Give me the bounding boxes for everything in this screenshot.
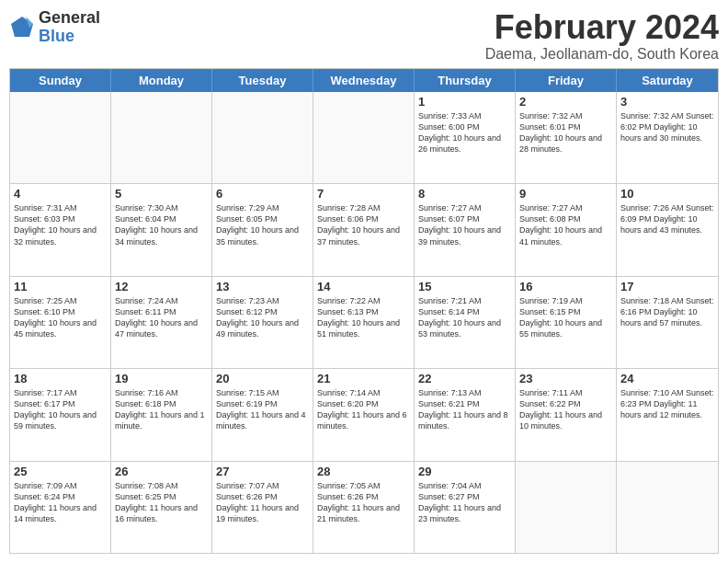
calendar-cell: 6Sunrise: 7:29 AM Sunset: 6:05 PM Daylig…: [212, 184, 313, 275]
calendar-cell: 19Sunrise: 7:16 AM Sunset: 6:18 PM Dayli…: [111, 369, 212, 460]
cell-date: 23: [519, 372, 612, 385]
calendar-cell: 4Sunrise: 7:31 AM Sunset: 6:03 PM Daylig…: [10, 184, 111, 275]
cell-info: Sunrise: 7:33 AM Sunset: 6:00 PM Dayligh…: [418, 110, 511, 155]
cell-info: Sunrise: 7:05 AM Sunset: 6:26 PM Dayligh…: [317, 480, 410, 525]
calendar-week: 25Sunrise: 7:09 AM Sunset: 6:24 PM Dayli…: [10, 462, 718, 553]
calendar-cell: 27Sunrise: 7:07 AM Sunset: 6:26 PM Dayli…: [212, 462, 313, 553]
calendar-week: 11Sunrise: 7:25 AM Sunset: 6:10 PM Dayli…: [10, 277, 718, 369]
cell-info: Sunrise: 7:11 AM Sunset: 6:22 PM Dayligh…: [519, 387, 612, 432]
cell-date: 27: [216, 465, 309, 478]
logo-blue: Blue: [39, 28, 100, 46]
cell-info: Sunrise: 7:28 AM Sunset: 6:06 PM Dayligh…: [317, 202, 410, 247]
cell-date: 6: [216, 187, 309, 201]
cell-date: 10: [620, 187, 714, 201]
calendar-cell: [617, 462, 718, 553]
calendar-cell: 15Sunrise: 7:21 AM Sunset: 6:14 PM Dayli…: [415, 277, 516, 368]
cell-info: Sunrise: 7:32 AM Sunset: 6:02 PM Dayligh…: [620, 110, 714, 144]
cell-info: Sunrise: 7:14 AM Sunset: 6:20 PM Dayligh…: [317, 387, 410, 432]
day-header-tuesday: Tuesday: [212, 69, 313, 92]
cell-info: Sunrise: 7:24 AM Sunset: 6:11 PM Dayligh…: [115, 295, 208, 340]
calendar-cell: 1Sunrise: 7:33 AM Sunset: 6:00 PM Daylig…: [415, 92, 516, 183]
logo-general: General: [39, 9, 100, 28]
calendar-cell: 29Sunrise: 7:04 AM Sunset: 6:27 PM Dayli…: [415, 462, 516, 553]
cell-info: Sunrise: 7:09 AM Sunset: 6:24 PM Dayligh…: [14, 480, 107, 525]
calendar-cell: 7Sunrise: 7:28 AM Sunset: 6:06 PM Daylig…: [313, 184, 415, 275]
cell-info: Sunrise: 7:30 AM Sunset: 6:04 PM Dayligh…: [115, 202, 208, 247]
cell-info: Sunrise: 7:32 AM Sunset: 6:01 PM Dayligh…: [519, 110, 612, 155]
cell-date: 1: [418, 95, 511, 109]
cell-info: Sunrise: 7:22 AM Sunset: 6:13 PM Dayligh…: [317, 295, 410, 340]
cell-info: Sunrise: 7:29 AM Sunset: 6:05 PM Dayligh…: [216, 202, 309, 247]
calendar-cell: 10Sunrise: 7:26 AM Sunset: 6:09 PM Dayli…: [617, 184, 718, 275]
calendar-week: 18Sunrise: 7:17 AM Sunset: 6:17 PM Dayli…: [10, 369, 718, 461]
calendar-body: 1Sunrise: 7:33 AM Sunset: 6:00 PM Daylig…: [10, 92, 718, 553]
calendar-cell: [111, 92, 212, 183]
cell-date: 26: [115, 465, 208, 478]
calendar-cell: [516, 462, 617, 553]
calendar-cell: 5Sunrise: 7:30 AM Sunset: 6:04 PM Daylig…: [111, 184, 212, 275]
calendar-cell: 28Sunrise: 7:05 AM Sunset: 6:26 PM Dayli…: [313, 462, 415, 553]
cell-info: Sunrise: 7:19 AM Sunset: 6:15 PM Dayligh…: [519, 295, 612, 340]
logo-text: General Blue: [39, 9, 100, 46]
header-right: February 2024 Daema, Jeollanam-do, South…: [485, 9, 719, 63]
calendar-cell: 20Sunrise: 7:15 AM Sunset: 6:19 PM Dayli…: [212, 369, 313, 460]
logo-icon: [9, 15, 35, 40]
calendar-cell: 12Sunrise: 7:24 AM Sunset: 6:11 PM Dayli…: [111, 277, 212, 368]
cell-info: Sunrise: 7:27 AM Sunset: 6:07 PM Dayligh…: [418, 202, 511, 247]
cell-date: 20: [216, 372, 309, 385]
calendar-week: 1Sunrise: 7:33 AM Sunset: 6:00 PM Daylig…: [10, 92, 718, 184]
cell-date: 25: [14, 465, 107, 478]
calendar-cell: 13Sunrise: 7:23 AM Sunset: 6:12 PM Dayli…: [212, 277, 313, 368]
cell-info: Sunrise: 7:31 AM Sunset: 6:03 PM Dayligh…: [14, 202, 107, 247]
calendar-cell: 22Sunrise: 7:13 AM Sunset: 6:21 PM Dayli…: [415, 369, 516, 460]
calendar-cell: 11Sunrise: 7:25 AM Sunset: 6:10 PM Dayli…: [10, 277, 111, 368]
cell-date: 9: [519, 187, 612, 201]
logo: General Blue: [9, 9, 100, 46]
cell-info: Sunrise: 7:27 AM Sunset: 6:08 PM Dayligh…: [519, 202, 612, 247]
cell-info: Sunrise: 7:13 AM Sunset: 6:21 PM Dayligh…: [418, 387, 511, 432]
cell-date: 18: [14, 372, 107, 385]
cell-date: 2: [519, 95, 612, 109]
cell-date: 5: [115, 187, 208, 201]
cell-date: 19: [115, 372, 208, 385]
calendar-header-row: SundayMondayTuesdayWednesdayThursdayFrid…: [10, 69, 718, 92]
cell-info: Sunrise: 7:04 AM Sunset: 6:27 PM Dayligh…: [418, 480, 511, 525]
cell-date: 16: [519, 280, 612, 293]
cell-info: Sunrise: 7:08 AM Sunset: 6:25 PM Dayligh…: [115, 480, 208, 525]
cell-date: 4: [14, 187, 107, 201]
day-header-thursday: Thursday: [415, 69, 516, 92]
calendar-cell: 26Sunrise: 7:08 AM Sunset: 6:25 PM Dayli…: [111, 462, 212, 553]
cell-info: Sunrise: 7:17 AM Sunset: 6:17 PM Dayligh…: [14, 387, 107, 432]
calendar-title: February 2024: [485, 9, 719, 46]
day-header-monday: Monday: [111, 69, 212, 92]
calendar-cell: 8Sunrise: 7:27 AM Sunset: 6:07 PM Daylig…: [415, 184, 516, 275]
cell-date: 12: [115, 280, 208, 293]
cell-date: 17: [620, 280, 714, 293]
calendar-cell: 9Sunrise: 7:27 AM Sunset: 6:08 PM Daylig…: [516, 184, 617, 275]
calendar: SundayMondayTuesdayWednesdayThursdayFrid…: [9, 68, 719, 554]
calendar-cell: 14Sunrise: 7:22 AM Sunset: 6:13 PM Dayli…: [313, 277, 415, 368]
cell-date: 22: [418, 372, 511, 385]
cell-info: Sunrise: 7:16 AM Sunset: 6:18 PM Dayligh…: [115, 387, 208, 432]
calendar-cell: 18Sunrise: 7:17 AM Sunset: 6:17 PM Dayli…: [10, 369, 111, 460]
header: General Blue February 2024 Daema, Jeolla…: [9, 9, 719, 63]
cell-date: 15: [418, 280, 511, 293]
cell-info: Sunrise: 7:23 AM Sunset: 6:12 PM Dayligh…: [216, 295, 309, 340]
cell-date: 24: [620, 372, 714, 385]
day-header-friday: Friday: [516, 69, 617, 92]
day-header-sunday: Sunday: [10, 69, 111, 92]
calendar-cell: [313, 92, 415, 183]
day-header-saturday: Saturday: [617, 69, 718, 92]
cell-info: Sunrise: 7:07 AM Sunset: 6:26 PM Dayligh…: [216, 480, 309, 525]
cell-date: 8: [418, 187, 511, 201]
cell-date: 13: [216, 280, 309, 293]
cell-info: Sunrise: 7:10 AM Sunset: 6:23 PM Dayligh…: [620, 387, 714, 420]
cell-date: 3: [620, 95, 714, 109]
calendar-cell: 24Sunrise: 7:10 AM Sunset: 6:23 PM Dayli…: [617, 369, 718, 460]
cell-info: Sunrise: 7:26 AM Sunset: 6:09 PM Dayligh…: [620, 202, 714, 236]
cell-date: 14: [317, 280, 410, 293]
calendar-cell: 16Sunrise: 7:19 AM Sunset: 6:15 PM Dayli…: [516, 277, 617, 368]
calendar-cell: 23Sunrise: 7:11 AM Sunset: 6:22 PM Dayli…: [516, 369, 617, 460]
page: General Blue February 2024 Daema, Jeolla…: [0, 0, 728, 563]
cell-date: 28: [317, 465, 410, 478]
